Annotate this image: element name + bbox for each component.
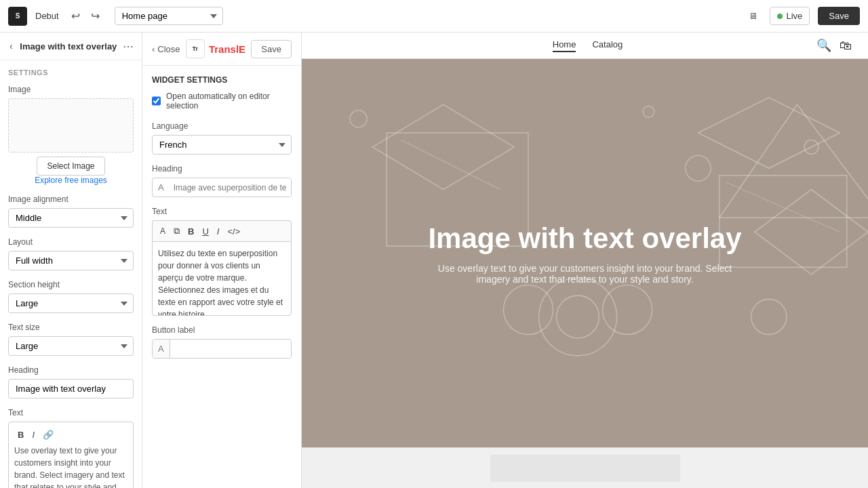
svg-point-10	[751, 299, 787, 334]
text-size-select[interactable]: LargeSmallMedium	[8, 336, 134, 356]
bold-button[interactable]: B	[14, 428, 27, 442]
trans-translate-btn[interactable]: A	[157, 224, 169, 238]
svg-point-16	[603, 285, 652, 334]
text-trans-content[interactable]: Utilisez du texte en superposition pour …	[152, 241, 292, 316]
close-button[interactable]: ‹ Close	[152, 44, 180, 54]
heading-trans-group: Heading A	[152, 164, 292, 197]
app-logo: S	[8, 7, 27, 26]
device-icons: 🖥	[745, 8, 762, 24]
text-size-label: Text size	[8, 323, 134, 332]
desktop-view-button[interactable]: 🖥	[745, 8, 762, 24]
text-editor[interactable]: B I 🔗 Use overlay text to give your cust…	[8, 422, 134, 488]
language-label: Language	[152, 121, 292, 131]
button-label-input-wrapper: A	[152, 339, 292, 359]
nav-icons: 🔍 🛍	[816, 38, 852, 53]
trans-code-btn[interactable]: </>	[224, 224, 243, 239]
translate-icon: A	[153, 178, 170, 197]
logo-text: S	[16, 12, 20, 20]
auto-open-row: Open automatically on editor selection	[152, 92, 292, 110]
preview-frame: Home Catalog 🔍 🛍	[302, 33, 868, 488]
text-size-group: Text size LargeSmallMedium	[8, 323, 134, 356]
preview-nav: Home Catalog 🔍 🛍	[302, 33, 868, 59]
heading-label: Heading	[8, 365, 134, 375]
svg-point-5	[350, 110, 367, 127]
transl-logo-text: TranslE	[209, 43, 245, 55]
svg-point-7	[686, 155, 711, 181]
live-label: Live	[787, 11, 803, 21]
text-trans-toolbar: A ⧉ B U I </>	[152, 220, 292, 241]
undo-redo-group: ↩ ↪	[67, 7, 104, 25]
heading-group: Heading	[8, 365, 134, 399]
trans-copy-btn[interactable]: ⧉	[170, 224, 183, 239]
text-field-label: Text	[8, 408, 134, 418]
svg-marker-0	[372, 104, 514, 189]
live-button[interactable]: Live	[770, 7, 810, 25]
language-select[interactable]: FrenchGermanSpanishItalian	[152, 135, 292, 155]
text-trans-group: Text A ⧉ B U I </> Utilisez du texte en …	[152, 207, 292, 316]
translation-save-button[interactable]: Save	[251, 40, 292, 58]
undo-button[interactable]: ↩	[67, 7, 84, 25]
nav-link-home[interactable]: Home	[553, 39, 576, 52]
heading-input[interactable]	[8, 379, 134, 399]
search-nav-icon[interactable]: 🔍	[816, 38, 831, 53]
select-image-button[interactable]: Select Image	[37, 157, 104, 176]
topbar: S Debut ↩ ↪ Home page About Contact 🖥 Li…	[0, 0, 868, 33]
translation-panel-header: ‹ Close Tr TranslE Save	[142, 33, 301, 66]
nav-link-catalog[interactable]: Catalog	[592, 39, 623, 52]
preview-area: Home Catalog 🔍 🛍	[302, 33, 868, 488]
theme-name: Debut	[35, 11, 59, 21]
redo-button[interactable]: ↪	[87, 7, 104, 25]
left-panel-header: ‹ Image with text overlay ⋯	[0, 33, 142, 60]
main-content: ‹ Image with text overlay ⋯ SETTINGS Ima…	[0, 33, 868, 488]
cart-nav-icon[interactable]: 🛍	[840, 38, 852, 53]
language-group: Language FrenchGermanSpanishItalian	[152, 121, 292, 155]
image-alignment-label: Image alignment	[8, 195, 134, 204]
left-panel-title: Image with text overlay	[14, 41, 123, 52]
topbar-save-button[interactable]: Save	[818, 7, 860, 25]
translation-panel-body: WIDGET SETTINGS Open automatically on ed…	[142, 66, 301, 488]
preview-bottom-strip	[302, 447, 868, 488]
image-alignment-select[interactable]: MiddleLeftRight	[8, 208, 134, 228]
trans-italic-btn[interactable]: I	[214, 224, 223, 239]
page-select-wrapper: Home page About Contact	[115, 7, 223, 25]
button-label-title: Button label	[152, 325, 292, 335]
hero-section: Image with text overlay Use overlay text…	[302, 59, 868, 447]
layout-select[interactable]: Full widthFixed width	[8, 251, 134, 270]
section-height-label: Section height	[8, 280, 134, 289]
btn-translate-icon: A	[153, 340, 170, 358]
back-button[interactable]: ‹	[8, 39, 14, 53]
svg-point-9	[557, 296, 599, 338]
close-label: Close	[157, 44, 180, 54]
heading-trans-input[interactable]	[170, 179, 291, 197]
translation-panel: ‹ Close Tr TranslE Save WIDGET SETTINGS …	[142, 33, 302, 488]
chevron-left-icon: ‹	[152, 44, 155, 54]
image-alignment-group: Image alignment MiddleLeftRight	[8, 195, 134, 228]
button-label-input[interactable]	[170, 340, 291, 358]
text-content[interactable]: Use overlay text to give your customers …	[14, 445, 127, 488]
svg-point-6	[643, 106, 654, 117]
explore-images-link[interactable]: Explore free images	[8, 176, 134, 185]
image-label: Image	[8, 85, 134, 94]
button-label-group: Button label A	[152, 325, 292, 359]
transl-logo-icon: Tr	[186, 39, 205, 58]
hero-title: Image with text overlay	[428, 222, 741, 255]
italic-button[interactable]: I	[28, 428, 38, 442]
page-select[interactable]: Home page About Contact	[115, 7, 223, 25]
hero-subtitle: Use overlay text to give your customers …	[422, 263, 748, 285]
auto-open-checkbox[interactable]	[152, 96, 161, 106]
more-options-button[interactable]: ⋯	[123, 40, 134, 53]
heading-trans-input-wrapper: A	[152, 178, 292, 197]
nav-links: Home Catalog	[553, 39, 623, 52]
layout-label: Layout	[8, 237, 134, 247]
trans-underline-btn[interactable]: U	[199, 224, 212, 239]
svg-line-12	[726, 182, 840, 232]
layout-group: Layout Full widthFixed width	[8, 237, 134, 270]
section-height-group: Section height LargeSmallMedium	[8, 280, 134, 313]
text-group: Text B I 🔗 Use overlay text to give your…	[8, 408, 134, 488]
transl-logo: Tr TranslE	[186, 39, 245, 58]
section-height-select[interactable]: LargeSmallMedium	[8, 293, 134, 313]
link-button[interactable]: 🔗	[39, 428, 57, 442]
svg-marker-13	[719, 104, 868, 218]
text-toolbar: B I 🔗	[14, 428, 127, 442]
trans-bold-btn[interactable]: B	[184, 224, 197, 239]
